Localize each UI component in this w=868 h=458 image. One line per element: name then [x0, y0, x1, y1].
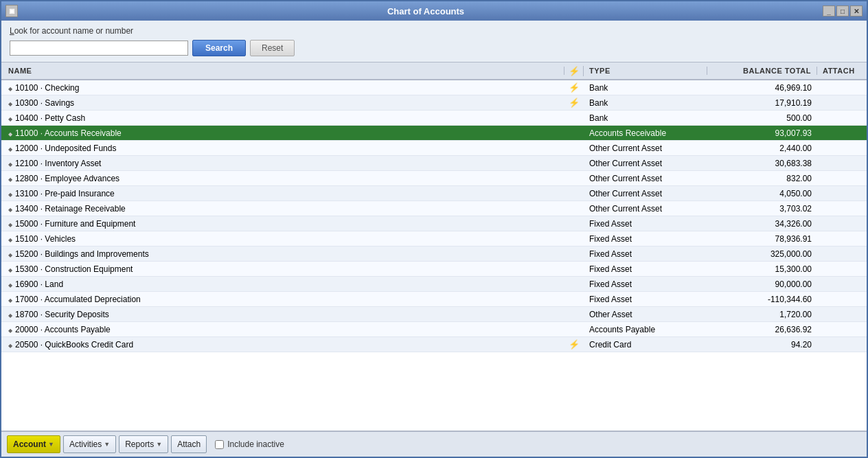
- bottom-bar: Account ▼ Activities ▼ Reports ▼ Attach …: [1, 431, 867, 457]
- table-row[interactable]: ◆15200 · Buildings and ImprovementsFixed…: [1, 247, 867, 262]
- cell-type: Fixed Asset: [584, 234, 707, 244]
- minimize-button[interactable]: _: [823, 5, 835, 16]
- diamond-icon: ◆: [8, 146, 12, 152]
- activities-dropdown-arrow: ▼: [104, 441, 110, 448]
- diamond-icon: ◆: [8, 297, 12, 304]
- diamond-icon: ◆: [8, 192, 12, 198]
- reports-button-label: Reports: [125, 439, 154, 449]
- activities-button[interactable]: Activities ▼: [63, 435, 116, 453]
- attach-button[interactable]: Attach: [171, 435, 207, 453]
- table-row[interactable]: ◆18700 · Security DepositsOther Asset1,7…: [1, 307, 867, 322]
- cell-balance: 94.20: [707, 340, 817, 350]
- diamond-icon: ◆: [8, 101, 12, 107]
- cell-type: Accounts Receivable: [584, 128, 707, 138]
- search-area: Look for account name or number Search R…: [1, 21, 867, 62]
- cell-account-name: ◆15200 · Buildings and Improvements: [1, 249, 564, 259]
- diamond-icon: ◆: [8, 267, 12, 273]
- cell-account-name: ◆13100 · Pre-paid Insurance: [1, 189, 564, 198]
- cell-type: Other Current Asset: [584, 204, 707, 214]
- table-row[interactable]: ◆20500 · QuickBooks Credit Card⚡Credit C…: [1, 337, 867, 352]
- table-header: NAME ⚡ TYPE BALANCE TOTAL ATTACH: [1, 62, 867, 80]
- reports-dropdown-arrow: ▼: [156, 441, 162, 448]
- table-row[interactable]: ◆16900 · LandFixed Asset90,000.00: [1, 277, 867, 292]
- lightning-icon: ⚡: [569, 82, 580, 93]
- table-row[interactable]: ◆13100 · Pre-paid InsuranceOther Current…: [1, 186, 867, 201]
- cell-balance: 3,703.02: [707, 204, 817, 214]
- cell-type: Fixed Asset: [584, 279, 707, 289]
- cell-lightning: ⚡: [564, 339, 584, 350]
- cell-type: Fixed Asset: [584, 219, 707, 229]
- window-icon[interactable]: ▣: [5, 5, 18, 17]
- diamond-icon: ◆: [8, 252, 12, 258]
- search-controls: Search Reset: [10, 40, 858, 56]
- cell-account-name: ◆20500 · QuickBooks Credit Card: [1, 340, 564, 350]
- table-row[interactable]: ◆10300 · Savings⚡Bank17,910.19: [1, 95, 867, 111]
- table-row[interactable]: ◆17000 · Accumulated DepreciationFixed A…: [1, 292, 867, 307]
- table-row[interactable]: ◆12000 · Undeposited FundsOther Current …: [1, 141, 867, 156]
- search-input[interactable]: [10, 41, 188, 56]
- table-row[interactable]: ◆11000 · Accounts ReceivableAccounts Rec…: [1, 126, 867, 141]
- diamond-icon: ◆: [8, 116, 12, 122]
- cell-type: Fixed Asset: [584, 249, 707, 259]
- attach-button-label: Attach: [177, 439, 201, 449]
- cell-account-name: ◆10300 · Savings: [1, 98, 564, 108]
- col-header-balance: BALANCE TOTAL: [707, 67, 817, 75]
- maximize-button[interactable]: □: [836, 5, 849, 16]
- table-row[interactable]: ◆15300 · Construction EquipmentFixed Ass…: [1, 262, 867, 277]
- cell-account-name: ◆10100 · Checking: [1, 83, 564, 93]
- cell-account-name: ◆18700 · Security Deposits: [1, 310, 564, 319]
- cell-balance: 90,000.00: [707, 279, 817, 289]
- cell-balance: 30,683.38: [707, 159, 817, 168]
- cell-account-name: ◆15300 · Construction Equipment: [1, 264, 564, 274]
- col-header-type: TYPE: [584, 67, 707, 75]
- account-button-label: Account: [13, 439, 46, 449]
- cell-balance: -110,344.60: [707, 295, 817, 304]
- cell-account-name: ◆17000 · Accumulated Depreciation: [1, 295, 564, 304]
- table-row[interactable]: ◆13400 · Retainage ReceivableOther Curre…: [1, 201, 867, 216]
- cell-type: Credit Card: [584, 340, 707, 350]
- reports-button[interactable]: Reports ▼: [119, 435, 168, 453]
- cell-account-name: ◆15000 · Furniture and Equipment: [1, 219, 564, 229]
- table-row[interactable]: ◆12800 · Employee AdvancesOther Current …: [1, 171, 867, 186]
- cell-balance: 2,440.00: [707, 144, 817, 153]
- cell-balance: 26,636.92: [707, 325, 817, 334]
- close-button[interactable]: ✕: [850, 5, 863, 16]
- table-row[interactable]: ◆15100 · VehiclesFixed Asset78,936.91: [1, 231, 867, 247]
- table-row[interactable]: ◆15000 · Furniture and EquipmentFixed As…: [1, 216, 867, 231]
- table-row[interactable]: ◆20000 · Accounts PayableAccounts Payabl…: [1, 322, 867, 337]
- diamond-icon: ◆: [8, 343, 12, 349]
- cell-account-name: ◆12800 · Employee Advances: [1, 174, 564, 183]
- table-row[interactable]: ◆10100 · Checking⚡Bank46,969.10: [1, 80, 867, 95]
- cell-account-name: ◆12000 · Undeposited Funds: [1, 144, 564, 153]
- cell-balance: 17,910.19: [707, 98, 817, 108]
- diamond-icon: ◆: [8, 237, 12, 243]
- cell-type: Accounts Payable: [584, 325, 707, 334]
- cell-type: Bank: [584, 98, 707, 108]
- col-header-name: NAME: [1, 67, 564, 75]
- account-button[interactable]: Account ▼: [7, 435, 60, 453]
- cell-type: Other Asset: [584, 310, 707, 319]
- cell-account-name: ◆15100 · Vehicles: [1, 234, 564, 244]
- lightning-header-icon: ⚡: [569, 66, 580, 76]
- diamond-icon: ◆: [8, 86, 12, 92]
- main-window: ▣ Chart of Accounts _ □ ✕ Look for accou…: [0, 0, 868, 458]
- diamond-icon: ◆: [8, 312, 12, 319]
- cell-balance: 15,300.00: [707, 264, 817, 274]
- include-inactive-text: Include inactive: [227, 439, 284, 449]
- include-inactive-label[interactable]: Include inactive: [215, 439, 284, 449]
- reset-button[interactable]: Reset: [250, 40, 295, 56]
- cell-balance: 325,000.00: [707, 249, 817, 259]
- cell-account-name: ◆10400 · Petty Cash: [1, 113, 564, 123]
- table-row[interactable]: ◆12100 · Inventory AssetOther Current As…: [1, 156, 867, 171]
- cell-type: Bank: [584, 113, 707, 123]
- include-inactive-checkbox[interactable]: [215, 440, 224, 449]
- cell-account-name: ◆12100 · Inventory Asset: [1, 159, 564, 168]
- diamond-icon: ◆: [8, 282, 12, 288]
- cell-type: Other Current Asset: [584, 159, 707, 168]
- table-row[interactable]: ◆10400 · Petty CashBank500.00: [1, 111, 867, 126]
- cell-balance: 93,007.93: [707, 128, 817, 138]
- search-button[interactable]: Search: [192, 40, 246, 56]
- cell-account-name: ◆11000 · Accounts Receivable: [1, 128, 564, 138]
- search-label: Look for account name or number: [10, 26, 858, 36]
- table-area: NAME ⚡ TYPE BALANCE TOTAL ATTACH ◆10100 …: [1, 62, 867, 431]
